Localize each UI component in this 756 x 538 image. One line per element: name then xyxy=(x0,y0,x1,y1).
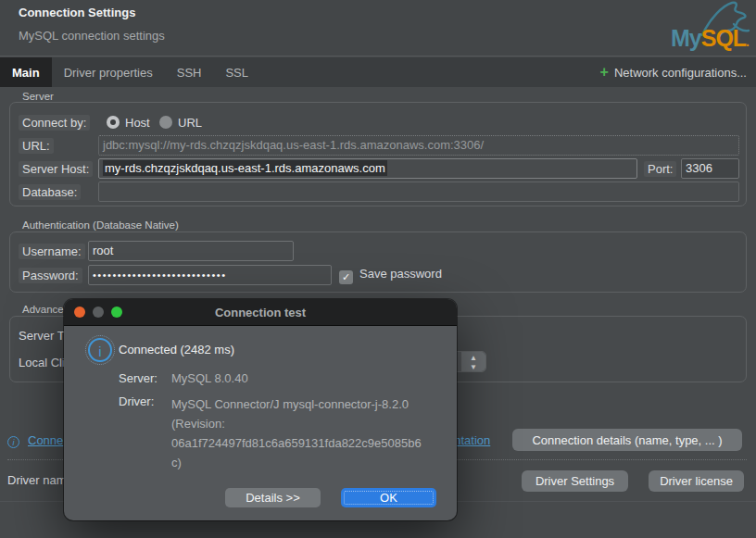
connection-result-message: Connected (2482 ms) xyxy=(119,343,234,357)
auth-group-label: Authentication (Database Native) xyxy=(22,219,179,231)
username-input[interactable]: root xyxy=(88,241,294,261)
chevron-updown-icon: ▲▼ xyxy=(461,352,485,371)
server-host-value: my-rds.chzqzjskdqaq.us-east-1.rds.amazon… xyxy=(103,160,387,176)
connect-by-url-radio[interactable]: URL xyxy=(159,116,202,130)
driver-version-label: Driver: xyxy=(119,394,154,408)
minimize-icon[interactable] xyxy=(93,307,104,318)
page-title: Connection Settings xyxy=(19,6,135,19)
driver-license-button[interactable]: Driver license xyxy=(649,470,744,492)
connection-details-button[interactable]: Connection details (name, type, ... ) xyxy=(512,429,742,451)
connection-settings-window: Connection Settings MySQL connection set… xyxy=(0,0,756,538)
connect-by-host-radio[interactable]: Host xyxy=(107,116,150,130)
save-password-label: Save password xyxy=(359,267,442,281)
tab-ssh[interactable]: SSH xyxy=(165,57,214,87)
username-label: Username: xyxy=(19,244,85,259)
tab-ssl[interactable]: SSL xyxy=(213,57,260,87)
details-button[interactable]: Details >> xyxy=(225,488,321,507)
close-icon[interactable] xyxy=(74,307,85,318)
ok-button[interactable]: OK xyxy=(341,488,436,507)
connection-test-dialog: Connection test i Connected (2482 ms) Se… xyxy=(64,299,457,520)
page-subtitle: MySQL connection settings xyxy=(19,29,165,43)
database-input[interactable] xyxy=(98,181,739,202)
save-password-checkbox[interactable]: ✓Save password xyxy=(339,267,442,284)
driver-line: (Revision: xyxy=(171,414,449,433)
dialog-titlebar[interactable]: Connection test xyxy=(64,299,457,326)
radio-host-label: Host xyxy=(125,116,150,130)
connect-by-label: Connect by: xyxy=(19,115,90,131)
url-input[interactable]: jdbc:mysql://my-rds.chzqzjskdqaq.us-east… xyxy=(98,135,739,156)
header: Connection Settings MySQL connection set… xyxy=(0,0,756,56)
footer-info-icon: i xyxy=(7,434,19,448)
info-icon: i xyxy=(88,338,112,362)
url-label: URL: xyxy=(19,138,54,154)
mysql-logo-text: MySQL. xyxy=(671,25,749,52)
server-host-label: Server Host: xyxy=(19,161,93,177)
radio-selected-icon xyxy=(107,116,120,129)
network-configurations-link[interactable]: + Network configurations... xyxy=(600,57,747,87)
database-label: Database: xyxy=(19,184,81,200)
password-label: Password: xyxy=(19,268,82,283)
driver-line: 06a1f724497fd81c6a659131fda822c9e5085b6 xyxy=(171,433,449,453)
radio-unselected-icon xyxy=(159,116,172,129)
server-host-input[interactable]: my-rds.chzqzjskdqaq.us-east-1.rds.amazon… xyxy=(98,158,637,179)
mysql-logo: MySQL. xyxy=(645,0,754,56)
server-version-value: MySQL 8.0.40 xyxy=(171,371,248,385)
plus-icon: + xyxy=(600,64,609,81)
driver-line: c) xyxy=(171,453,449,472)
driver-settings-button[interactable]: Driver Settings xyxy=(522,470,628,492)
dialog-title: Connection test xyxy=(215,306,306,319)
driver-line: MySQL Connector/J mysql-connector-j-8.2.… xyxy=(171,394,449,414)
tab-driver-properties[interactable]: Driver properties xyxy=(52,57,165,87)
password-input[interactable]: ••••••••••••••••••••••••••• xyxy=(88,265,332,285)
network-configurations-label: Network configurations... xyxy=(614,66,747,80)
port-label: Port: xyxy=(644,161,676,177)
zoom-icon[interactable] xyxy=(111,307,122,318)
checkbox-checked-icon: ✓ xyxy=(339,270,353,284)
tab-bar: Main Driver properties SSH SSL + Network… xyxy=(0,57,756,87)
port-input[interactable]: 3306 xyxy=(681,158,739,179)
connection-doc-link[interactable]: Conne xyxy=(28,433,63,447)
server-group-label: Server xyxy=(22,91,54,102)
advanced-group-label: Advanced xyxy=(22,304,69,315)
traffic-lights xyxy=(74,307,122,318)
driver-version-value: MySQL Connector/J mysql-connector-j-8.2.… xyxy=(171,394,449,472)
tab-main[interactable]: Main xyxy=(0,57,52,87)
radio-url-label: URL xyxy=(178,116,202,130)
server-version-label: Server: xyxy=(119,371,158,385)
